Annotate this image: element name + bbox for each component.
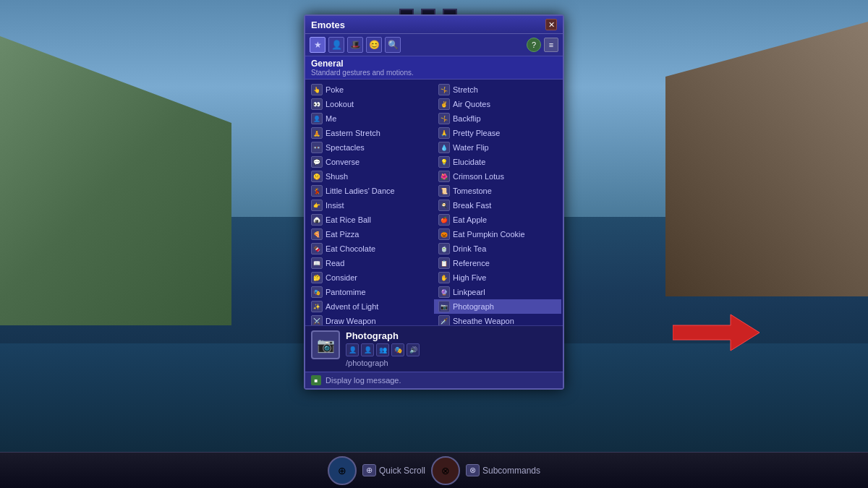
emote-item[interactable]: 🔮 Linkpearl bbox=[434, 285, 561, 299]
emote-name: Lookout bbox=[326, 100, 354, 108]
taskbar: ⊕ ⊕ Quick Scroll ⊗ ⊗ Subcommands bbox=[0, 452, 868, 488]
emote-name: Water Flip bbox=[453, 143, 489, 152]
emote-item[interactable]: 🙏 Pretty Please bbox=[434, 126, 561, 140]
emote-icon: ⚔️ bbox=[311, 315, 323, 325]
emote-icon: 👓 bbox=[311, 142, 323, 153]
emote-item[interactable]: 👓 Spectacles bbox=[307, 140, 434, 155]
emote-name: Backflip bbox=[453, 114, 481, 123]
emote-item[interactable]: 📋 Reference bbox=[434, 256, 561, 270]
emote-name: Pretty Please bbox=[453, 129, 500, 137]
emote-item[interactable]: 🤔 Consider bbox=[307, 270, 434, 285]
emote-item[interactable]: ✋ High Five bbox=[434, 270, 561, 285]
emote-icon: 🤫 bbox=[311, 171, 323, 182]
emotes-panel: Emotes ✕ ★ 👤 🎩 😊 🔍 ? ≡ General Standard … bbox=[304, 14, 564, 390]
emote-name: Reference bbox=[453, 259, 490, 267]
emote-item[interactable]: ✌️ Air Quotes bbox=[434, 97, 561, 111]
tab-search[interactable]: 🔍 bbox=[385, 37, 401, 53]
tab-expressions[interactable]: 😊 bbox=[366, 37, 382, 53]
emote-name: Eat Pumpkin Cookie bbox=[453, 230, 525, 239]
emote-icon: 🍫 bbox=[311, 243, 323, 254]
emote-icon: 🤸 bbox=[438, 113, 450, 124]
emote-item[interactable]: 💡 Elucidate bbox=[434, 155, 561, 169]
taskbar-icon-2[interactable]: ⊗ bbox=[431, 456, 460, 485]
emote-item[interactable]: 📷 Photograph bbox=[434, 299, 561, 314]
emote-name: Drink Tea bbox=[453, 244, 486, 253]
tab-general[interactable]: 👤 bbox=[328, 37, 344, 53]
detail-sub-icon-1: 👤 bbox=[346, 343, 359, 356]
emote-icon: 🤸 bbox=[438, 84, 450, 95]
detail-command: /photograph bbox=[346, 359, 557, 367]
emote-item[interactable]: 📜 Tomestone bbox=[434, 184, 561, 198]
emote-item[interactable]: 👀 Lookout bbox=[307, 97, 434, 111]
emote-item[interactable]: 🍙 Eat Rice Ball bbox=[307, 213, 434, 227]
emote-item[interactable]: 🍕 Eat Pizza bbox=[307, 227, 434, 241]
emote-name: Eat Rice Ball bbox=[326, 215, 371, 224]
emote-icon: 🍕 bbox=[311, 228, 323, 240]
emote-name: Poke bbox=[326, 85, 344, 94]
emote-icon: 👉 bbox=[311, 200, 323, 211]
emote-icon: ✋ bbox=[438, 272, 450, 283]
emote-name: High Five bbox=[453, 273, 486, 282]
panel-footer: ■ Display log message. bbox=[305, 372, 563, 388]
emote-icon: 🎃 bbox=[438, 228, 450, 240]
emote-icon: 🧘 bbox=[311, 127, 323, 139]
help-button[interactable]: ? bbox=[527, 38, 541, 52]
emote-name: Air Quotes bbox=[453, 100, 490, 108]
emote-name: Me bbox=[326, 114, 336, 123]
emote-icon: ✌️ bbox=[438, 98, 450, 110]
emote-item[interactable]: 🍎 Eat Apple bbox=[434, 213, 561, 227]
emote-name: Tomestone bbox=[453, 187, 492, 195]
section-description: Standard gestures and motions. bbox=[311, 69, 557, 77]
emote-name: Insist bbox=[326, 201, 344, 210]
emote-item[interactable]: 👉 Insist bbox=[307, 198, 434, 213]
emote-name: Break Fast bbox=[453, 201, 491, 210]
emote-item[interactable]: ⚔️ Draw Weapon bbox=[307, 314, 434, 325]
emote-item[interactable]: 💧 Water Flip bbox=[434, 140, 561, 155]
emote-name: Eastern Stretch bbox=[326, 129, 380, 137]
emote-item[interactable]: 🗡️ Sheathe Weapon bbox=[434, 314, 561, 325]
emote-item[interactable]: 💃 Little Ladies' Dance bbox=[307, 184, 434, 198]
emote-item[interactable]: 🎃 Eat Pumpkin Cookie bbox=[434, 227, 561, 241]
emote-item[interactable]: 🎭 Pantomime bbox=[307, 285, 434, 299]
emote-icon: 🗡️ bbox=[438, 315, 450, 325]
subcommands-key: ⊗ bbox=[466, 464, 480, 476]
emote-item[interactable]: 📖 Read bbox=[307, 256, 434, 270]
emote-name: Stretch bbox=[453, 85, 478, 94]
settings-button[interactable]: ≡ bbox=[544, 38, 558, 52]
emote-icon: 📖 bbox=[311, 257, 323, 269]
emote-item[interactable]: 💬 Converse bbox=[307, 155, 434, 169]
quick-scroll-label: Quick Scroll bbox=[379, 466, 425, 476]
tab-favorites[interactable]: ★ bbox=[310, 37, 326, 53]
taskbar-icon-1[interactable]: ⊕ bbox=[328, 456, 357, 485]
detail-info: Photograph 👤 👤 👥 🎭 🔊 /photograph bbox=[346, 330, 557, 367]
close-button[interactable]: ✕ bbox=[545, 19, 557, 30]
quick-scroll-key: ⊕ bbox=[362, 464, 376, 476]
emote-item[interactable]: 🍳 Break Fast bbox=[434, 198, 561, 213]
emote-icon: 📜 bbox=[438, 185, 450, 197]
emote-item[interactable]: ✨ Advent of Light bbox=[307, 299, 434, 314]
emote-item[interactable]: 🤸 Backflip bbox=[434, 111, 561, 126]
emote-icon: 💡 bbox=[438, 156, 450, 168]
panel-title: Emotes bbox=[311, 20, 345, 30]
emote-icon: 🎭 bbox=[311, 286, 323, 298]
emote-name: Eat Pizza bbox=[326, 230, 359, 239]
emote-name: Read bbox=[326, 259, 344, 267]
detail-sub-icon-3: 👥 bbox=[376, 343, 389, 356]
emote-item[interactable]: 🍵 Drink Tea bbox=[434, 241, 561, 256]
emote-item[interactable]: 👆 Poke bbox=[307, 82, 434, 97]
emote-name: Eat Chocolate bbox=[326, 244, 375, 253]
emote-icon: 🙏 bbox=[438, 127, 450, 139]
quick-scroll-hint: ⊕ Quick Scroll bbox=[362, 464, 425, 476]
emote-item[interactable]: 🤸 Stretch bbox=[434, 82, 561, 97]
emote-item[interactable]: 👤 Me bbox=[307, 111, 434, 126]
emote-item[interactable]: 🍫 Eat Chocolate bbox=[307, 241, 434, 256]
emote-name: Pantomime bbox=[326, 288, 366, 296]
emote-name: Converse bbox=[326, 158, 359, 166]
detail-emote-icon: 📷 bbox=[311, 330, 340, 359]
emote-icon: 🌺 bbox=[438, 171, 450, 182]
emote-icon: 🍙 bbox=[311, 214, 323, 226]
emote-item[interactable]: 🤫 Shush bbox=[307, 169, 434, 184]
tab-special[interactable]: 🎩 bbox=[347, 37, 363, 53]
emote-item[interactable]: 🌺 Crimson Lotus bbox=[434, 169, 561, 184]
emote-item[interactable]: 🧘 Eastern Stretch bbox=[307, 126, 434, 140]
